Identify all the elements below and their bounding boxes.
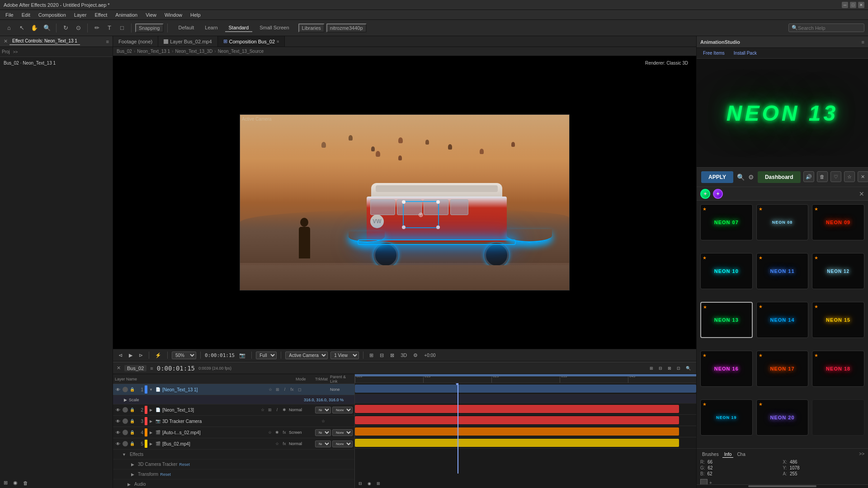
layer-mode-4[interactable]: Screen xyxy=(289,430,314,435)
workspace-small-screen[interactable]: Small Screen xyxy=(256,24,292,32)
workspace-standard[interactable]: Standard xyxy=(225,24,253,32)
parent-link-5[interactable]: None xyxy=(332,441,353,447)
search-icon-apply[interactable]: 🔍 xyxy=(737,174,745,181)
workspace-default[interactable]: Default xyxy=(175,24,198,32)
layer-solo-5[interactable] xyxy=(123,441,128,446)
panel-close-icon[interactable]: ✕ xyxy=(4,38,8,44)
shape-tool[interactable]: □ xyxy=(117,23,127,33)
guides-btn[interactable]: ⊟ xyxy=(378,352,386,359)
close-button[interactable]: ✕ xyxy=(858,2,864,8)
tab-info[interactable]: Info xyxy=(722,451,734,458)
effect-card-neon14[interactable]: ★ NEON 14 xyxy=(756,302,809,338)
3d-btn[interactable]: 3D xyxy=(399,352,409,358)
menu-view[interactable]: View xyxy=(142,11,160,19)
minimize-button[interactable]: ─ xyxy=(842,2,848,8)
trk-mat-2[interactable]: None xyxy=(315,407,331,413)
icon-sound[interactable]: 🔊 xyxy=(803,171,814,182)
track-bar-1[interactable] xyxy=(355,385,696,393)
sw-ef-4[interactable]: fx xyxy=(281,429,288,436)
hand-tool[interactable]: ✋ xyxy=(29,23,40,33)
menu-edit[interactable]: Edit xyxy=(18,11,34,19)
layer-lock-3[interactable]: 🔒 xyxy=(129,418,135,424)
expand-5[interactable]: ▶ xyxy=(149,441,153,446)
tl-bottom-1[interactable]: ⊟ xyxy=(357,481,364,486)
maximize-button[interactable]: □ xyxy=(850,2,856,8)
sw-quality-1[interactable]: / xyxy=(282,386,288,393)
effect-card-neon11[interactable]: ★ NEON 11 xyxy=(756,253,809,289)
layer-lock-5[interactable]: 🔒 xyxy=(129,441,135,446)
track-bar-2[interactable] xyxy=(355,405,679,413)
username-btn[interactable]: nitrozme3440p xyxy=(326,23,367,33)
track-bar-3[interactable] xyxy=(355,416,679,424)
icon-heart[interactable]: ♡ xyxy=(830,171,841,182)
menu-effect[interactable]: Effect xyxy=(91,11,111,19)
sw-collapse-2[interactable]: ⊞ xyxy=(267,407,273,413)
camera-select[interactable]: Active Camera xyxy=(285,352,328,359)
layer-solo-3[interactable] xyxy=(123,418,128,424)
reset-btn-2[interactable]: Reset xyxy=(160,472,171,477)
menu-help[interactable]: Help xyxy=(187,11,204,19)
expand-3[interactable]: ▶ xyxy=(149,419,153,423)
prev-frame-btn[interactable]: ⊲ xyxy=(117,352,124,359)
pen-tool[interactable]: ✏ xyxy=(91,23,102,33)
sw-shy-1[interactable]: ☆ xyxy=(267,386,274,393)
workspace-learn[interactable]: Learn xyxy=(201,24,221,32)
zoom-tool[interactable]: 🔍 xyxy=(42,23,52,33)
icon-trash[interactable]: 🗑 xyxy=(817,171,828,182)
menu-window[interactable]: Window xyxy=(161,11,186,19)
rotate-tool[interactable]: ↻ xyxy=(60,23,71,33)
tl-tool-5[interactable]: 🔍 xyxy=(684,366,693,371)
tab-composition[interactable]: ⊞ Composition Bus_02 ≡ xyxy=(218,36,285,47)
panel-settings-icon[interactable]: ≡ xyxy=(862,39,864,45)
effect-card-neon12[interactable]: ★ NEON 12 xyxy=(812,253,864,289)
libraries-btn[interactable]: Libraries xyxy=(298,23,325,33)
tl-bottom-2[interactable]: ◉ xyxy=(366,481,373,486)
text-tool[interactable]: T xyxy=(104,23,115,33)
tab-cha[interactable]: Cha xyxy=(735,451,747,458)
trk-mat-5[interactable]: None xyxy=(315,441,331,447)
expand-1[interactable]: ▼ xyxy=(149,387,153,392)
menu-composition[interactable]: Composition xyxy=(35,11,70,19)
track-bar-4[interactable] xyxy=(355,427,679,436)
playhead[interactable] xyxy=(458,383,458,474)
dashboard-button[interactable]: Dashboard xyxy=(758,171,801,183)
view-options-btn[interactable]: ⚙ xyxy=(411,352,420,359)
play-btn[interactable]: ▶ xyxy=(127,352,134,359)
sw-effect-1[interactable]: fx xyxy=(289,386,295,393)
filter-purple[interactable]: ✦ xyxy=(713,189,723,199)
zoom-select[interactable]: 50% 100% 25% xyxy=(172,352,196,359)
parent-link-2[interactable]: None xyxy=(332,407,353,413)
expand-2[interactable]: ▶ xyxy=(149,408,153,412)
tl-tool-4[interactable]: ⊡ xyxy=(675,366,682,371)
expand-scale[interactable]: ▶ xyxy=(124,398,127,402)
menu-animation[interactable]: Animation xyxy=(112,11,141,19)
scale-value[interactable]: 316.0, 316.0, 316.0 % xyxy=(304,398,344,402)
effect-card-neon20[interactable]: ★ NEON 20 xyxy=(756,399,809,436)
effect-card-neon16[interactable]: ★ NEON 16 xyxy=(700,351,753,387)
layer-solo-2[interactable] xyxy=(123,407,128,413)
effect-expand-3[interactable]: ▶ xyxy=(127,482,131,487)
layer-vis-2[interactable]: 👁 xyxy=(115,407,121,413)
camera-orbit-tool[interactable]: ⊙ xyxy=(73,23,84,33)
snapping-btn[interactable]: Snapping xyxy=(135,23,164,33)
sw-collapse-1[interactable]: ⊞ xyxy=(274,386,281,393)
sw-quality-2[interactable]: / xyxy=(274,407,280,413)
panel-menu-icon[interactable]: ≡ xyxy=(106,39,109,44)
effect-card-neon13[interactable]: ★ NEON 13 xyxy=(700,302,753,338)
layer-mode-2[interactable]: Normal xyxy=(289,408,314,412)
quality-select[interactable]: Full Half xyxy=(256,352,277,359)
view-mode-select[interactable]: 1 View 2 Views xyxy=(330,352,359,359)
layer-solo-1[interactable] xyxy=(123,387,128,392)
tab-layer[interactable]: Layer Bus_02.mp4 xyxy=(158,36,217,47)
expand-4[interactable]: ▶ xyxy=(149,430,153,435)
apply-button[interactable]: APPLY xyxy=(701,171,733,183)
settings-icon-apply[interactable]: ⚙ xyxy=(748,174,754,181)
effect-expand-2[interactable]: ▶ xyxy=(131,472,134,477)
bc-neontext13-1[interactable]: Neon_Text_13 1 xyxy=(137,49,170,54)
effect-card-neon17[interactable]: ★ NEON 17 xyxy=(756,351,809,387)
mask-btn[interactable]: ⊠ xyxy=(388,352,396,359)
effect-card-neon15[interactable]: ★ NEON 15 xyxy=(812,302,864,338)
comp-settings-icon[interactable]: ≡ xyxy=(150,366,153,371)
layer-lock-2[interactable]: 🔒 xyxy=(129,407,135,413)
parent-link-4[interactable]: None xyxy=(332,429,353,436)
